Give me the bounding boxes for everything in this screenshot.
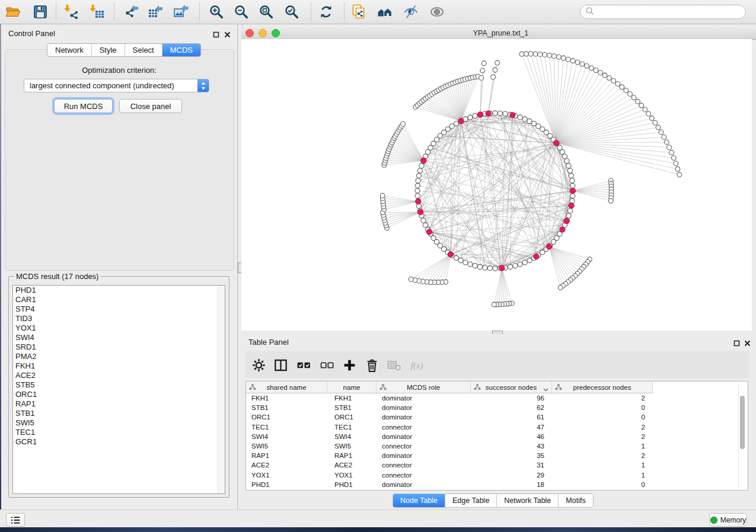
table-row[interactable]: SWI4SWI4dominator462 [246,432,748,441]
criterion-dropdown[interactable]: largest connected component (undirected) [24,79,209,92]
network-node[interactable] [667,145,672,150]
gear-icon[interactable] [250,357,267,373]
table-cell[interactable]: 1 [552,472,653,479]
table-cell[interactable]: 2 [552,395,653,402]
table-cell[interactable]: 35 [471,452,552,459]
network-node[interactable] [602,73,607,78]
network-node[interactable] [607,76,611,81]
network-node[interactable] [481,61,486,66]
network-node[interactable] [598,70,603,75]
network-node[interactable] [569,173,573,178]
table-cell[interactable]: PHD1 [327,481,377,488]
network-node[interactable] [519,52,524,56]
table-row[interactable]: YOX1YOX1connector291 [246,470,748,480]
table-cell[interactable]: STB1 [246,404,327,411]
table-cell[interactable]: connector [377,472,471,479]
mcds-hub-node[interactable] [510,113,515,118]
network-node[interactable] [557,145,562,150]
select-all-icon[interactable] [295,357,312,373]
network-node[interactable] [567,168,572,173]
result-node-item[interactable]: STP4 [13,305,225,314]
network-node[interactable] [639,103,644,108]
search-input[interactable] [580,5,746,19]
network-node[interactable] [564,159,569,164]
table-cell[interactable]: dominator [377,404,471,411]
network-node[interactable] [513,263,518,268]
network-node[interactable] [562,154,567,159]
table-cell[interactable]: FKH1 [246,395,327,402]
mcds-hub-node[interactable] [560,227,565,232]
network-node[interactable] [527,118,532,123]
network-node[interactable] [463,260,468,265]
network-node[interactable] [585,63,589,68]
network-node[interactable] [656,125,661,130]
network-node[interactable] [570,59,575,63]
network-node[interactable] [552,54,557,59]
table-cell[interactable]: FKH1 [327,395,377,402]
save-session-icon[interactable] [30,2,50,22]
network-node[interactable] [528,52,533,56]
network-node[interactable] [589,66,594,70]
mcds-hub-node[interactable] [486,111,491,116]
result-node-item[interactable]: SWI5 [13,418,225,428]
memory-button[interactable]: Memory [709,513,747,527]
table-cell[interactable]: ORC1 [327,414,377,421]
table-cell[interactable]: dominator [377,395,471,402]
table-cell[interactable]: RAP1 [246,452,327,459]
table-cell[interactable]: YOX1 [246,472,327,479]
table-cell[interactable]: connector [377,424,471,431]
table-row[interactable]: STB1STB1dominator620 [246,403,748,412]
network-node[interactable] [419,164,424,168]
mcds-hub-node[interactable] [426,229,432,235]
table-cell[interactable]: SWI4 [327,433,377,440]
network-node[interactable] [566,164,571,168]
network-node[interactable] [423,223,428,227]
table-cell[interactable]: 96 [471,395,552,402]
import-network-icon[interactable] [62,2,82,22]
column-header-successor-nodes[interactable]: successor nodes [471,382,552,393]
network-node[interactable] [458,258,463,262]
network-node[interactable] [570,193,575,198]
export-network-icon[interactable] [121,2,141,22]
table-cell[interactable]: dominator [377,481,471,488]
result-node-item[interactable]: STB5 [13,380,225,390]
mcds-hub-node[interactable] [554,140,559,146]
table-cell[interactable]: ACE2 [327,462,377,469]
result-node-item[interactable]: FKH1 [13,361,225,371]
network-node[interactable] [508,264,512,269]
network-node[interactable] [468,262,473,267]
result-node-item[interactable]: RAP1 [13,399,225,409]
network-node[interactable] [566,57,570,62]
network-node[interactable] [527,258,532,262]
result-node-item[interactable]: GCR1 [13,437,225,447]
network-node[interactable] [653,120,658,125]
table-cell[interactable]: 1 [552,443,653,450]
table-cell[interactable]: ORC1 [246,414,327,421]
network-node[interactable] [664,140,669,145]
network-node[interactable] [561,56,566,60]
result-list-scrollbar[interactable] [218,286,225,493]
result-node-item[interactable]: STB1 [13,409,225,418]
table-cell[interactable]: 0 [552,404,653,411]
table-cell[interactable]: SWI4 [246,433,327,440]
table-row[interactable]: ACE2ACE2connector311 [246,460,748,470]
mcds-result-list[interactable]: PHD1CAR1STP4TID3YOX1SWI4SRD1PMA2FKH1ACE2… [12,285,225,494]
mcds-hub-node[interactable] [477,112,483,117]
network-node[interactable] [518,262,522,267]
network-node[interactable] [493,111,497,116]
network-node[interactable] [674,161,678,166]
float-panel-icon[interactable] [733,339,740,347]
network-node[interactable] [416,173,421,178]
table-cell[interactable]: dominator [377,414,471,421]
network-node[interactable] [454,121,458,126]
table-cell[interactable]: 62 [471,404,552,411]
table-cell[interactable]: STB1 [327,404,377,411]
tab-node-table[interactable]: Node Table [393,494,445,507]
table-row[interactable]: RAP1RAP1dominator352 [246,451,748,460]
network-node[interactable] [556,55,561,59]
result-node-item[interactable]: SRD1 [13,342,225,352]
network-node[interactable] [480,68,485,73]
result-node-item[interactable]: TID3 [13,314,225,323]
table-row[interactable]: SWI5SWI5connector431 [246,441,748,451]
result-node-item[interactable]: CAR1 [13,295,225,305]
